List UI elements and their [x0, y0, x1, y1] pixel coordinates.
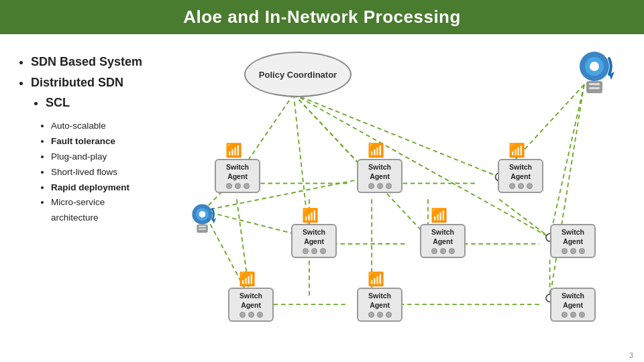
policy-coordinator: Policy Coordinator: [244, 52, 352, 97]
dot: [570, 312, 576, 318]
dot: [303, 248, 309, 254]
dot: [386, 312, 392, 318]
switch-agent-3: SwitchAgent: [498, 159, 543, 193]
bullet-sdn-based: SDN Based System: [31, 52, 191, 72]
dot: [235, 183, 241, 189]
wifi-icon-5: 📶: [431, 207, 447, 223]
dot: [449, 248, 455, 254]
left-panel: SDN Based System Distributed SDN SCL Aut…: [16, 46, 191, 359]
wifi-icon-3: 📶: [508, 142, 525, 158]
switch-agent-5: SwitchAgent: [420, 224, 466, 258]
dot: [257, 312, 263, 318]
sub-bullet-short-lived: Short-lived flows: [51, 165, 191, 180]
slide-title: Aloe and In-Network Processing: [0, 0, 644, 34]
switch-agent-9: SwitchAgent: [550, 288, 596, 322]
dot: [518, 183, 524, 189]
wifi-icon-7: 📶: [239, 271, 256, 287]
dot: [579, 248, 585, 254]
svg-rect-47: [199, 226, 206, 227]
svg-point-37: [590, 62, 599, 71]
dot: [377, 183, 383, 189]
dot: [570, 248, 576, 254]
sub-bullet-plug-and-play: Plug-and-play: [51, 149, 191, 165]
dot: [226, 183, 232, 189]
dot: [239, 312, 246, 318]
bullet-distributed-sdn: Distributed SDN: [31, 72, 191, 93]
switch-agent-4: SwitchAgent: [291, 224, 337, 258]
dot: [244, 183, 250, 189]
wifi-icon-2: 📶: [368, 142, 384, 158]
page-number: 3: [629, 351, 633, 359]
svg-line-8: [550, 84, 584, 237]
svg-line-24: [499, 199, 549, 237]
dot: [248, 312, 254, 318]
switch-agent-6: SwitchAgent: [550, 224, 596, 258]
sub-bullet-rapid-deployment: Rapid deployment: [51, 180, 191, 196]
sub-bullet-micro-service: Micro-servicearchitecture: [51, 195, 191, 226]
svg-rect-40: [589, 83, 600, 85]
dot: [527, 183, 533, 189]
svg-point-44: [199, 211, 206, 218]
coordinator-icon-small: [184, 200, 221, 237]
dot: [440, 248, 446, 254]
dot: [386, 183, 392, 189]
switch-agent-7: SwitchAgent: [228, 288, 274, 322]
dot: [561, 312, 568, 318]
right-panel: Policy Coordinator: [191, 46, 628, 359]
dot: [368, 183, 374, 189]
svg-rect-48: [199, 229, 206, 230]
dot: [509, 183, 515, 189]
slide: Aloe and In-Network Processing SDN Based…: [0, 0, 644, 362]
wifi-icon-8: 📶: [368, 271, 384, 287]
policy-coordinator-label: Policy Coordinator: [259, 70, 337, 80]
dot: [431, 248, 437, 254]
bullet-scl: SCL: [46, 93, 191, 113]
dot: [561, 248, 568, 254]
dot: [579, 312, 585, 318]
switch-agent-8: SwitchAgent: [357, 288, 402, 322]
sub-bullet-auto-scalable: Auto-scalable: [51, 119, 191, 134]
dot: [368, 312, 374, 318]
content-area: SDN Based System Distributed SDN SCL Aut…: [0, 34, 644, 359]
sub-bullet-fault-tolerance: Fault tolerance: [51, 134, 191, 149]
svg-rect-41: [589, 87, 600, 89]
wifi-icon-4: 📶: [302, 207, 319, 223]
svg-line-9: [550, 84, 584, 298]
dot: [320, 248, 326, 254]
switch-agent-2: SwitchAgent: [357, 159, 402, 193]
dot: [311, 248, 317, 254]
dot: [377, 312, 383, 318]
coordinator-icon-large: [568, 46, 621, 100]
wifi-icon-1: 📶: [225, 142, 242, 158]
switch-agent-1: SwitchAgent: [215, 159, 260, 193]
